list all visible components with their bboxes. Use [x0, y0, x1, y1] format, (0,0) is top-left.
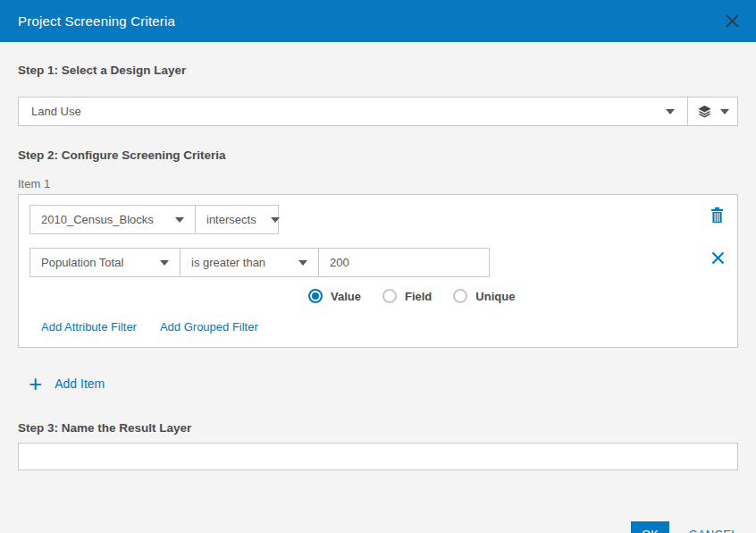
radio-field-label: Field: [405, 290, 432, 303]
close-icon[interactable]: [725, 13, 740, 29]
ok-button[interactable]: OK: [631, 521, 669, 533]
filter-field-dropdown[interactable]: Population Total: [30, 249, 181, 276]
radio-selected-icon: [308, 289, 323, 303]
delete-item-button[interactable]: [710, 207, 725, 224]
radio-unique[interactable]: Unique: [453, 289, 515, 303]
screening-item-card: 2010_Census_Blocks intersects: [18, 194, 738, 348]
dialog-body: Step 1: Select a Design Layer Land Use S…: [0, 63, 756, 533]
filter-mode-radio-group: Value Field Unique: [308, 289, 727, 303]
filter-operator-value: is greater than: [191, 256, 265, 269]
add-grouped-filter-link[interactable]: Add Grouped Filter: [160, 320, 258, 334]
chevron-down-icon: [160, 260, 169, 266]
add-item-button[interactable]: + Add Item: [29, 376, 105, 392]
filter-value-cell: [319, 249, 489, 276]
radio-field[interactable]: Field: [382, 289, 432, 303]
chevron-down-icon: [175, 217, 184, 223]
criteria-layer-dropdown[interactable]: 2010_Census_Blocks: [30, 206, 196, 233]
dialog-title: Project Screening Criteria: [18, 13, 175, 29]
add-attribute-filter-link[interactable]: Add Attribute Filter: [41, 320, 137, 334]
plus-icon: +: [29, 376, 42, 392]
item-label: Item 1: [18, 177, 738, 190]
spatial-operator-value: intersects: [206, 213, 256, 226]
chevron-down-icon: [271, 217, 280, 223]
radio-unique-label: Unique: [475, 290, 515, 303]
chevron-down-icon: [298, 260, 307, 266]
radio-value[interactable]: Value: [308, 289, 361, 303]
filter-value-input[interactable]: [319, 249, 489, 276]
criteria-layer-value: 2010_Census_Blocks: [41, 213, 154, 226]
design-layer-row: Land Use: [18, 97, 738, 126]
spatial-criteria-row: 2010_Census_Blocks intersects: [29, 205, 279, 234]
add-item-label: Add Item: [55, 376, 105, 391]
layers-icon: [697, 105, 712, 119]
filter-field-value: Population Total: [41, 256, 123, 269]
filter-links-row: Add Attribute Filter Add Grouped Filter: [41, 320, 727, 334]
radio-unselected-icon: [453, 289, 467, 303]
radio-value-label: Value: [331, 290, 361, 303]
step2-label: Step 2: Configure Screening Criteria: [18, 148, 738, 162]
attribute-filter-row: Population Total is greater than: [29, 248, 490, 277]
result-layer-name-input[interactable]: [18, 443, 738, 470]
filter-operator-dropdown[interactable]: is greater than: [181, 249, 319, 276]
chevron-down-icon: [720, 109, 729, 114]
layer-list-dropdown[interactable]: [688, 97, 737, 125]
design-layer-value: Land Use: [31, 105, 81, 118]
step1-label: Step 1: Select a Design Layer: [18, 63, 738, 77]
spatial-operator-dropdown[interactable]: intersects: [196, 206, 278, 233]
project-screening-criteria-dialog: Project Screening Criteria Step 1: Selec…: [0, 0, 756, 533]
design-layer-dropdown[interactable]: Land Use: [19, 97, 688, 125]
radio-unselected-icon: [382, 289, 397, 303]
step3-label: Step 3: Name the Result Layer: [18, 421, 738, 435]
remove-filter-button[interactable]: [711, 251, 725, 265]
dialog-footer: OK CANCEL: [18, 521, 738, 533]
chevron-down-icon: [666, 109, 675, 114]
dialog-header: Project Screening Criteria: [0, 0, 756, 42]
cancel-button[interactable]: CANCEL: [689, 528, 738, 533]
